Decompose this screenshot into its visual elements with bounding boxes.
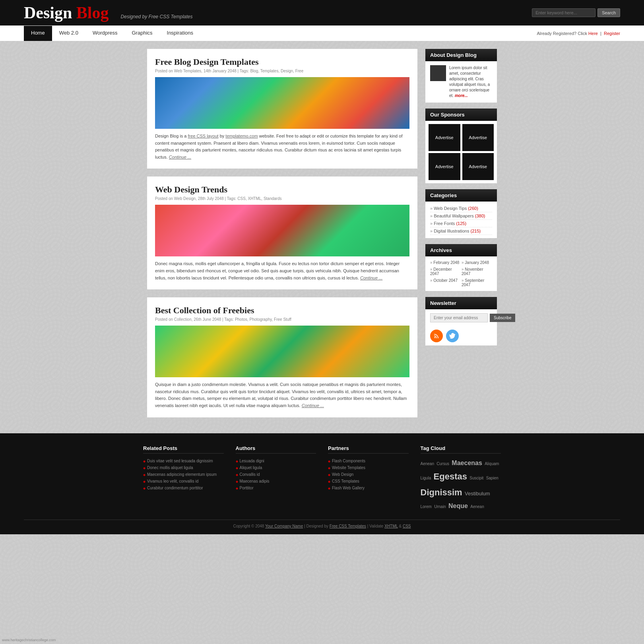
footer-tag-cloud: Tag Cloud Aenean Cursus Maecenas Aliquam… xyxy=(421,445,501,512)
sponsor-3[interactable]: Advertise xyxy=(429,153,460,180)
related-post-4[interactable]: Vivamus leo velit, convallis id xyxy=(143,478,224,485)
sponsor-2[interactable]: Advertise xyxy=(462,124,494,151)
login-text: Already Registered? Click xyxy=(537,31,587,36)
nav-item-graphics[interactable]: Graphics xyxy=(125,26,160,41)
newsletter-content: Subscribe xyxy=(425,309,497,326)
tag-aliquam[interactable]: Aliquam xyxy=(485,462,499,466)
archive-feb2048[interactable]: February 2048 xyxy=(430,260,461,266)
here-link[interactable]: Here xyxy=(588,31,598,36)
tag-cursus[interactable]: Cursus xyxy=(436,462,449,466)
partners-title: Partners xyxy=(328,445,409,454)
archive-dec2047[interactable]: December 2047 xyxy=(430,266,461,277)
designed-by-link[interactable]: Free CSS Templates xyxy=(330,524,366,528)
footer-bottom: Copyright © 2048 Your Company Name | Des… xyxy=(24,520,620,528)
copyright-text: Copyright © 2048 xyxy=(233,524,264,528)
category-illustrations[interactable]: Digital Illustrations (215) xyxy=(430,227,492,235)
sponsor-4[interactable]: Advertise xyxy=(462,153,494,180)
archive-nov2047[interactable]: November 2047 xyxy=(462,266,492,277)
tag-lorem[interactable]: Lorem xyxy=(421,504,432,509)
about-widget-title: About Design Blog xyxy=(425,49,497,61)
nav-left: Home Web 2.0 Wordpress Graphics Inspirat… xyxy=(24,26,200,41)
post-title-2: Web Design Trends xyxy=(155,184,409,195)
xhtml-link[interactable]: XHTML xyxy=(384,524,398,528)
css-link[interactable]: CSS xyxy=(403,524,411,528)
sidebar: About Design Blog Lorem ipsum dolor sit … xyxy=(425,49,497,425)
author-4[interactable]: Maecenas adipis xyxy=(236,478,316,485)
nav-item-wordpress[interactable]: Wordpress xyxy=(85,26,125,41)
archives-widget: Archives February 2048 January 2048 Dece… xyxy=(425,244,497,291)
category-web-design-tips[interactable]: Web Design Tips (260) xyxy=(430,205,492,212)
post-meta-3: Posted on Collection, 26th June 2048 | T… xyxy=(155,317,409,322)
tag-vestibulum[interactable]: Vestibulum xyxy=(465,491,490,497)
partners-list: Flash Components Website Templates Web D… xyxy=(328,458,409,491)
post-meta-1: Posted on Web Templates, 14th January 20… xyxy=(155,69,409,73)
footer-partners: Partners Flash Components Website Templa… xyxy=(328,445,409,512)
category-fonts[interactable]: Free Fonts (125) xyxy=(430,220,492,227)
footer-related-posts: Related Posts Duis vitae velit sed lesua… xyxy=(143,445,224,512)
continue-link-2[interactable]: Continue ... xyxy=(360,275,382,280)
archives-title: Archives xyxy=(425,244,497,256)
register-link[interactable]: Register xyxy=(604,31,620,36)
about-widget: About Design Blog Lorem ipsum dolor sit … xyxy=(425,49,497,103)
site-header: Design Blog Designed by Free CSS Templat… xyxy=(0,0,644,41)
tag-urnain[interactable]: Urnain xyxy=(434,504,446,509)
nav-item-home[interactable]: Home xyxy=(24,26,52,41)
post-title-1: Free Blog Design Templates xyxy=(155,57,409,67)
tag-aenean[interactable]: Aenean xyxy=(421,462,434,466)
author-3[interactable]: Convallis id xyxy=(236,471,316,478)
subscribe-button[interactable]: Subscribe xyxy=(490,314,515,322)
site-tagline: Designed by Free CSS Templates xyxy=(121,14,193,19)
continue-link-1[interactable]: Continue ... xyxy=(169,155,191,159)
author-5[interactable]: Porttitor xyxy=(236,485,316,491)
twitter-icon[interactable] xyxy=(446,330,459,342)
nav-item-web20[interactable]: Web 2.0 xyxy=(52,26,85,41)
continue-link-3[interactable]: Continue ... xyxy=(302,403,324,408)
related-posts-list: Duis vitae velit sed lesuada dignissim D… xyxy=(143,458,224,491)
partner-flash-gallery[interactable]: Flash Web Gallery xyxy=(328,485,409,491)
tag-suscipit[interactable]: Suscipit xyxy=(469,476,483,480)
tag-dignissim[interactable]: Dignissim xyxy=(421,487,462,497)
related-post-3[interactable]: Maecenas adipiscing elementum ipsum xyxy=(143,471,224,478)
tag-maecenas[interactable]: Maecenas xyxy=(452,460,482,466)
free-css-link[interactable]: free CSS layout xyxy=(188,134,219,138)
post-image-2 xyxy=(155,205,409,256)
archive-jan2048[interactable]: January 2048 xyxy=(462,260,492,266)
main-container: Free Blog Design Templates Posted on Web… xyxy=(123,41,521,433)
related-post-2[interactable]: Donec mollis aliquet ligula xyxy=(143,464,224,471)
about-more-link[interactable]: more... xyxy=(455,93,468,98)
site-title: Design Blog xyxy=(24,3,109,22)
post-meta-2: Posted on Web Design, 28th July 2048 | T… xyxy=(155,196,409,201)
partner-css-templates[interactable]: CSS Templates xyxy=(328,478,409,485)
search-input[interactable] xyxy=(532,8,596,17)
archive-sep2047[interactable]: September 2047 xyxy=(462,277,492,288)
search-button[interactable]: Search xyxy=(597,8,620,17)
sponsors-widget: Our Sponsors Advertise Advertise Adverti… xyxy=(425,109,497,183)
archive-oct2047[interactable]: October 2047 xyxy=(430,277,461,288)
about-text: Lorem ipsum dolor sit amet, consectetur … xyxy=(449,65,492,99)
partner-web-design[interactable]: Web Design xyxy=(328,471,409,478)
newsletter-title: Newsletter xyxy=(425,297,497,309)
newsletter-widget: Newsletter Subscribe xyxy=(425,297,497,345)
tag-aenean2[interactable]: Aenean xyxy=(470,504,484,509)
partner-flash-components[interactable]: Flash Components xyxy=(328,458,409,464)
tag-sapien[interactable]: Sapien xyxy=(486,476,499,480)
tag-egestas[interactable]: Egestas xyxy=(434,471,467,481)
templatemo-link[interactable]: templatemo.com xyxy=(225,134,258,138)
author-1[interactable]: Lesuada digni xyxy=(236,458,316,464)
tag-ligula[interactable]: Ligula xyxy=(421,476,431,480)
footer-grid: Related Posts Duis vitae velit sed lesua… xyxy=(143,445,501,512)
newsletter-email-input[interactable] xyxy=(430,313,488,322)
archives-grid: February 2048 January 2048 December 2047… xyxy=(425,256,497,291)
sponsors-grid: Advertise Advertise Advertise Advertise xyxy=(425,121,497,183)
sponsor-1[interactable]: Advertise xyxy=(429,124,460,151)
category-wallpapers[interactable]: Beautiful Wallpapers (380) xyxy=(430,212,492,220)
related-post-5[interactable]: Curabitur condimentum porttitor xyxy=(143,485,224,491)
tag-cloud-title: Tag Cloud xyxy=(421,445,501,454)
partner-website-templates[interactable]: Website Templates xyxy=(328,464,409,471)
rss-icon[interactable] xyxy=(430,330,443,342)
tag-neque[interactable]: Neque xyxy=(448,502,468,509)
author-2[interactable]: Aliquet ligula xyxy=(236,464,316,471)
company-link[interactable]: Your Company Name xyxy=(265,524,303,528)
nav-item-inspirations[interactable]: Inspirations xyxy=(160,26,200,41)
related-post-1[interactable]: Duis vitae velit sed lesuada dignissim xyxy=(143,458,224,464)
